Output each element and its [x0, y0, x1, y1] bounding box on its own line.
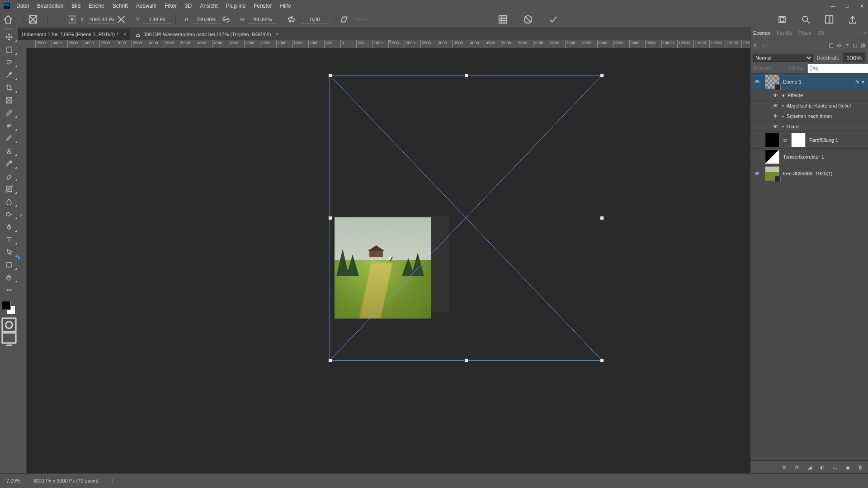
layer-effect-row[interactable]: 👁•Schatten nach innen: [750, 111, 868, 122]
path-select-tool[interactable]: [0, 246, 18, 258]
layer-effect-row[interactable]: 👁▾Effekte: [750, 90, 868, 101]
new-adjust-icon[interactable]: ◐: [819, 465, 826, 470]
layer-mask-thumbnail[interactable]: [791, 133, 806, 147]
layer-name[interactable]: Ebene 1: [783, 79, 855, 84]
menu-fenster[interactable]: Fenster: [254, 3, 272, 9]
menu-3d[interactable]: 3D: [185, 3, 192, 9]
panel-menu-icon[interactable]: ≡: [863, 30, 866, 36]
menu-filter[interactable]: Filter: [165, 3, 177, 9]
delete-layer-icon[interactable]: 🗑: [857, 465, 863, 470]
ruler-horizontal[interactable]: 9500900085008000750070006500600055005000…: [26, 40, 750, 48]
link-layers-icon[interactable]: ⧉: [781, 465, 788, 470]
status-docinfo[interactable]: 3000 Px x 3000 Px (72 ppcm): [33, 478, 99, 483]
transform-handle-e[interactable]: [600, 216, 604, 220]
menu-plug-ins[interactable]: Plug-ins: [226, 3, 245, 9]
layer-thumbnail[interactable]: [765, 133, 779, 147]
add-mask-icon[interactable]: ◪: [807, 465, 813, 470]
transform-handle-nw[interactable]: [328, 74, 332, 78]
warp-mode-icon[interactable]: [497, 14, 508, 25]
skew-h-icon[interactable]: [339, 14, 349, 25]
magic-wand-tool[interactable]: [0, 69, 18, 81]
transform-handle-n[interactable]: [464, 74, 468, 78]
tab-close-icon[interactable]: ×: [276, 31, 279, 38]
hand-tool[interactable]: [0, 271, 18, 284]
layer-row[interactable]: Tonwertkorrektur 1: [750, 149, 868, 165]
panel-tab-paths[interactable]: Pfade: [798, 30, 811, 36]
layer-thumbnail[interactable]: [765, 150, 779, 164]
cancel-transform-icon[interactable]: [523, 14, 533, 25]
minimize-button[interactable]: —: [829, 3, 836, 9]
transform-handle-se[interactable]: [600, 358, 604, 362]
layer-filter-input[interactable]: [761, 42, 826, 49]
gradient-tool[interactable]: [0, 183, 18, 195]
filter-smart-icon[interactable]: [861, 42, 865, 49]
reference-point-toggle[interactable]: [52, 14, 63, 25]
screenmode-toggle[interactable]: [0, 333, 18, 344]
rotation-input[interactable]: [301, 16, 329, 23]
layer-effect-row[interactable]: 👁•Abgeflachte Kante und Relief: [750, 101, 868, 111]
healing-brush-tool[interactable]: [0, 119, 18, 132]
blend-mode-select[interactable]: Normal: [753, 54, 813, 62]
filter-pixel-icon[interactable]: [829, 42, 834, 49]
document-tab[interactable]: 300 DPI Wassertropfen.psdc bei 117% (Tro…: [132, 29, 282, 40]
new-group-icon[interactable]: ▭: [832, 465, 838, 470]
menu-auswahl[interactable]: Auswahl: [136, 3, 156, 9]
layer-row[interactable]: 👁tree-3095683_1920(1): [750, 165, 868, 182]
layer-name[interactable]: Farbfüllung 1: [809, 137, 865, 143]
ruler-vertical[interactable]: 0: [18, 40, 27, 474]
move-tool[interactable]: [0, 31, 18, 43]
home-icon[interactable]: [3, 14, 14, 25]
layer-row[interactable]: ⧉Farbfüllung 1: [750, 132, 868, 149]
type-tool[interactable]: [0, 233, 18, 246]
menu-datei[interactable]: Datei: [16, 3, 29, 9]
x-input[interactable]: [88, 16, 116, 23]
cloud-docs-icon[interactable]: [777, 14, 788, 25]
reference-point-grid[interactable]: [68, 15, 76, 23]
marquee-tool[interactable]: [0, 43, 18, 56]
document-tab[interactable]: Unbenannt-1 bei 7,09% (Ebene 1, RGB/8)*×: [18, 29, 130, 40]
menu-ansicht[interactable]: Ansicht: [200, 3, 217, 9]
frame-tool[interactable]: [0, 94, 18, 107]
menu-schrift[interactable]: Schrift: [113, 3, 128, 9]
search-icon[interactable]: [800, 14, 811, 25]
status-zoom[interactable]: 7,09%: [6, 478, 20, 483]
xy-delta-icon[interactable]: [116, 14, 127, 25]
layer-search-icon[interactable]: [753, 42, 758, 49]
menu-bild[interactable]: Bild: [71, 3, 80, 9]
dodge-tool[interactable]: [0, 208, 18, 221]
layer-visibility-toggle[interactable]: 👁: [753, 79, 761, 85]
layer-effect-row[interactable]: 👁•Glanz: [750, 122, 868, 132]
color-swatches[interactable]: [0, 299, 18, 317]
layer-row[interactable]: 👁Ebene 1fx▾: [750, 74, 868, 90]
clone-stamp-tool[interactable]: [0, 145, 18, 157]
eraser-tool[interactable]: [0, 170, 18, 183]
edit-toolbar[interactable]: [0, 284, 18, 296]
commit-transform-icon[interactable]: [548, 14, 559, 25]
aspect-link-icon[interactable]: [221, 14, 231, 25]
filter-type-icon[interactable]: [845, 42, 849, 49]
menu-hilfe[interactable]: Hilfe: [280, 3, 291, 9]
transform-bounding-box[interactable]: [330, 75, 602, 361]
pen-tool[interactable]: [0, 221, 18, 233]
layer-thumbnail[interactable]: [765, 75, 779, 89]
height-input[interactable]: [248, 16, 276, 23]
new-layer-icon[interactable]: ▣: [844, 465, 851, 470]
layer-name[interactable]: tree-3095683_1920(1): [783, 171, 865, 176]
panel-tab-3d[interactable]: 3D: [818, 30, 824, 36]
layer-name[interactable]: Tonwertkorrektur 1: [783, 154, 865, 160]
brush-tool[interactable]: [0, 132, 18, 145]
tab-close-icon[interactable]: ×: [123, 31, 126, 38]
transform-handle-sw[interactable]: [328, 358, 332, 362]
panel-tab-layers[interactable]: Ebenen: [753, 30, 770, 36]
filter-adjust-icon[interactable]: [837, 42, 841, 49]
lasso-tool[interactable]: [0, 56, 18, 69]
canvas-area[interactable]: 0 95009000850080007500700065006000550050…: [18, 40, 750, 474]
status-more[interactable]: 〉: [111, 478, 116, 484]
layer-thumbnail[interactable]: [765, 166, 779, 181]
panel-tab-channels[interactable]: Kanäle: [777, 30, 792, 36]
width-input[interactable]: [193, 16, 221, 23]
crop-tool[interactable]: [0, 81, 18, 94]
opacity-input[interactable]: [843, 53, 865, 62]
close-button[interactable]: ✕: [858, 3, 865, 9]
transform-handle-s[interactable]: [464, 358, 468, 362]
